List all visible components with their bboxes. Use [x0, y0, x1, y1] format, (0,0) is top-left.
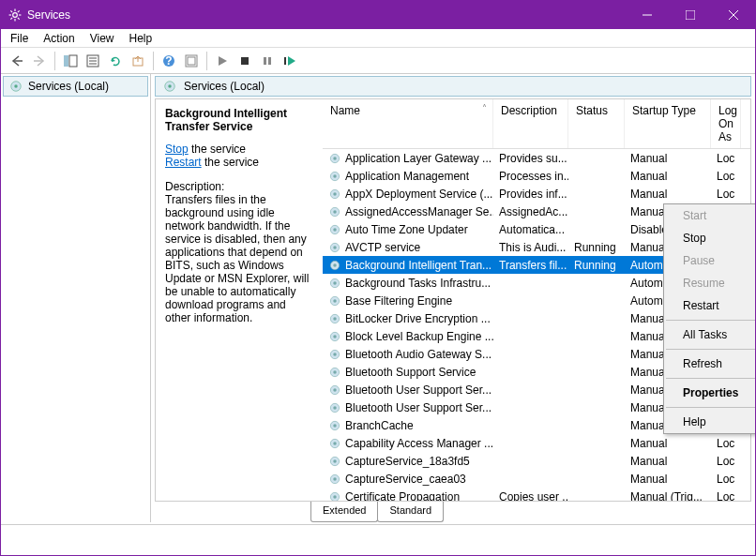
service-name: Application Management: [345, 170, 469, 183]
svg-point-37: [333, 174, 337, 178]
service-desc: Copies user ...: [493, 488, 568, 501]
properties-icon[interactable]: [83, 51, 103, 71]
minimize-button[interactable]: [626, 1, 669, 29]
restart-link[interactable]: Restart: [165, 156, 202, 169]
gear-icon: [328, 330, 341, 343]
col-name[interactable]: Name: [323, 99, 493, 148]
service-desc: [493, 363, 568, 381]
maximize-button[interactable]: [669, 1, 712, 29]
close-button[interactable]: [712, 1, 755, 29]
service-name: Background Tasks Infrastru...: [345, 277, 491, 290]
service-desc: Provides inf...: [493, 185, 568, 203]
service-name: CaptureService_caea03: [345, 473, 466, 486]
ctx-resume: Resume: [664, 272, 756, 294]
show-hide-tree-icon[interactable]: [60, 51, 81, 71]
gear-icon: [328, 170, 341, 183]
svg-point-35: [333, 157, 337, 160]
gear-icon: [9, 80, 23, 93]
svg-point-39: [333, 192, 337, 196]
service-name: Capability Access Manager ...: [345, 437, 493, 450]
service-name: AppX Deployment Service (...: [345, 188, 492, 201]
nav-item-services-local[interactable]: Services (Local): [3, 76, 148, 97]
svg-point-45: [333, 246, 337, 249]
service-row[interactable]: Application Layer Gateway ...Provides su…: [323, 149, 750, 167]
svg-rect-27: [264, 57, 266, 65]
service-name: Bluetooth Support Service: [345, 366, 476, 379]
help-icon[interactable]: ?: [159, 51, 179, 71]
svg-point-73: [333, 495, 337, 499]
service-name: Bluetooth User Support Ser...: [345, 401, 491, 414]
svg-point-49: [333, 281, 337, 285]
svg-rect-25: [188, 57, 195, 65]
service-row[interactable]: Capability Access Manager ...ManualLoc: [323, 434, 750, 452]
col-logon[interactable]: Log On As: [711, 99, 741, 148]
panel-header-label: Services (Local): [184, 80, 265, 93]
service-startup: Manual (Trig...: [625, 488, 711, 501]
svg-text:?: ?: [165, 54, 172, 68]
svg-point-0: [13, 13, 18, 18]
menu-action[interactable]: Action: [43, 32, 74, 45]
menu-view[interactable]: View: [90, 32, 114, 45]
col-startup[interactable]: Startup Type: [625, 99, 711, 148]
panel-header: Services (Local): [155, 76, 751, 97]
ctx-restart[interactable]: Restart: [664, 294, 756, 317]
service-name: AssignedAccessManager Se...: [345, 205, 493, 218]
service-startup: Manual: [625, 434, 711, 452]
svg-point-59: [333, 370, 337, 374]
service-logon: Loc: [711, 149, 741, 167]
service-desc: This is Audi...: [493, 238, 568, 256]
tab-extended[interactable]: Extended: [310, 502, 378, 522]
stop-service-icon[interactable]: [234, 51, 255, 71]
svg-rect-26: [241, 57, 249, 65]
service-row[interactable]: CaptureService_18a3fd5ManualLoc: [323, 452, 750, 470]
svg-rect-15: [64, 55, 68, 67]
menu-file[interactable]: File: [10, 32, 28, 45]
ctx-alltasks[interactable]: All Tasks: [664, 323, 756, 346]
service-desc: [493, 327, 568, 345]
start-service-icon[interactable]: [212, 51, 233, 71]
svg-rect-28: [268, 57, 271, 65]
service-logon: Loc: [711, 470, 741, 488]
forward-icon[interactable]: [29, 51, 50, 71]
help2-icon[interactable]: [181, 51, 202, 71]
svg-point-63: [333, 406, 337, 410]
service-row[interactable]: Certificate PropagationCopies user ...Ma…: [323, 488, 750, 501]
gear-icon: [328, 383, 341, 397]
gear-icon: [328, 294, 341, 308]
service-name: Background Intelligent Tran...: [345, 259, 491, 272]
service-row[interactable]: CaptureService_caea03ManualLoc: [323, 470, 750, 488]
col-description[interactable]: Description: [493, 99, 568, 148]
svg-point-43: [333, 228, 337, 232]
service-row[interactable]: AppX Deployment Service (...Provides inf…: [323, 185, 750, 203]
gear-icon: [328, 259, 341, 272]
service-status: [568, 363, 625, 381]
status-bar: [1, 524, 755, 537]
ctx-stop[interactable]: Stop: [664, 227, 756, 249]
svg-point-57: [333, 353, 337, 356]
refresh-icon[interactable]: [105, 51, 126, 71]
service-name: Bluetooth User Support Ser...: [345, 383, 491, 397]
back-icon[interactable]: [7, 51, 27, 71]
menu-help[interactable]: Help: [129, 32, 153, 45]
svg-point-65: [333, 424, 337, 428]
service-status: [568, 274, 625, 292]
service-logon: Loc: [711, 452, 741, 470]
service-desc: Processes in...: [493, 167, 568, 185]
service-status: [568, 488, 625, 501]
stop-link[interactable]: Stop: [165, 143, 189, 156]
pause-service-icon[interactable]: [257, 51, 278, 71]
col-status[interactable]: Status: [568, 99, 625, 148]
ctx-help[interactable]: Help: [664, 411, 756, 433]
tab-standard[interactable]: Standard: [377, 502, 444, 522]
ctx-properties[interactable]: Properties: [664, 382, 756, 404]
gear-icon: [328, 473, 341, 486]
restart-service-icon[interactable]: [280, 51, 300, 71]
ctx-refresh[interactable]: Refresh: [664, 353, 756, 375]
service-name: Auto Time Zone Updater: [345, 223, 468, 236]
export-icon[interactable]: [128, 51, 148, 71]
gear-icon: [328, 312, 341, 325]
service-row[interactable]: Application ManagementProcesses in...Man…: [323, 167, 750, 185]
svg-point-61: [333, 388, 337, 392]
svg-rect-16: [69, 55, 77, 67]
service-desc: [493, 398, 568, 416]
